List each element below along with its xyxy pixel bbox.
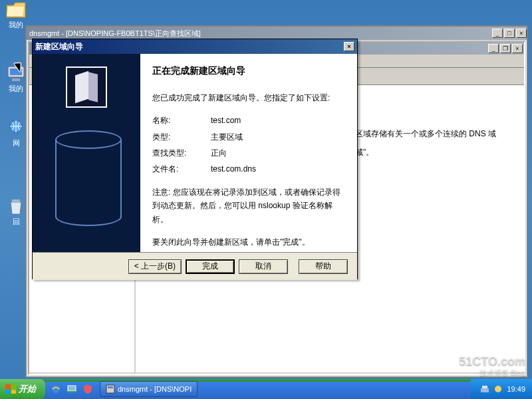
cancel-button[interactable]: 取消 <box>239 259 288 274</box>
taskbar: 开始 dnsmgmt - [DNS\NOPI 19:49 <box>0 379 532 399</box>
finish-button[interactable]: 完成 <box>186 259 235 274</box>
wizard-close-button[interactable]: × <box>344 42 354 51</box>
wizard-main: 正在完成新建区域向导 您已成功完成了新建区域向导。您指定了如下设置: 名称:te… <box>140 54 357 252</box>
svg-rect-8 <box>106 385 114 393</box>
ql-desktop-icon[interactable] <box>65 382 78 396</box>
wizard-close-hint: 要关闭此向导并创建新区域，请单击"完成"。 <box>152 235 345 249</box>
clock[interactable]: 19:49 <box>507 385 525 393</box>
tray-icon-2[interactable] <box>493 384 503 394</box>
close-button[interactable]: × <box>516 29 527 38</box>
desktop-icon-label: 我的 <box>9 21 23 29</box>
help-button[interactable]: 帮助 <box>299 259 348 274</box>
kv-name-value: test.com <box>211 114 241 127</box>
svg-point-12 <box>495 386 501 392</box>
ql-ie-icon[interactable] <box>49 382 63 396</box>
back-button[interactable]: < 上一步(B) <box>128 259 182 274</box>
taskbar-item-dnsmgmt[interactable]: dnsmgmt - [DNS\NOPI <box>100 381 198 397</box>
svg-rect-4 <box>12 200 20 202</box>
wizard-titlebar[interactable]: 新建区域向导 × <box>33 39 357 54</box>
mdi-restore-button[interactable]: ❐ <box>500 44 511 53</box>
mmc-icon <box>106 384 115 394</box>
watermark-main: 51CTO.com <box>459 355 525 368</box>
wizard-intro: 您已成功完成了新建区域向导。您指定了如下设置: <box>152 91 345 104</box>
wizard-footer: < 上一步(B) 完成 取消 帮助 <box>33 252 357 280</box>
svg-rect-7 <box>68 391 76 392</box>
mdi-close-button[interactable]: × <box>512 44 523 53</box>
quick-launch <box>49 382 94 396</box>
system-tray[interactable]: 19:49 <box>471 379 532 399</box>
kv-name-label: 名称: <box>152 114 211 127</box>
detail-text-2: 域"。 <box>355 146 517 159</box>
cylinder-icon <box>55 130 122 237</box>
svg-rect-9 <box>108 386 113 388</box>
desktop-icon-label: 我的 <box>9 84 23 92</box>
kv-filename-label: 文件名: <box>152 162 211 176</box>
new-zone-wizard-dialog: 新建区域向导 × 正在完成新建区域向导 您已成功完成了新建区域向导。您指定了如下… <box>32 39 358 279</box>
kv-filename-value: test.com.dns <box>211 162 256 176</box>
wizard-title-text: 新建区域向导 <box>35 41 83 53</box>
app-title-text: dnsmgmt - [DNS\NOPING-FB0BT1TS\正向查找区域] <box>29 29 201 39</box>
start-button[interactable]: 开始 <box>0 379 45 399</box>
svg-rect-11 <box>482 386 487 388</box>
watermark-sub: 技术博客 Blog <box>459 368 525 376</box>
windows-flag-icon <box>5 384 16 394</box>
maximize-button[interactable]: □ <box>504 29 515 38</box>
wizard-sidebar <box>33 54 140 252</box>
app-titlebar[interactable]: dnsmgmt - [DNS\NOPING-FB0BT1TS\正向查找区域] _… <box>27 27 527 40</box>
tray-icon-1[interactable] <box>480 384 489 394</box>
svg-rect-2 <box>12 78 20 81</box>
ql-security-icon[interactable] <box>81 382 94 396</box>
kv-lookup-value: 正向 <box>211 146 227 160</box>
server-icon <box>66 66 107 108</box>
svg-rect-6 <box>68 386 76 391</box>
minimize-button[interactable]: _ <box>492 29 503 38</box>
kv-lookup-label: 查找类型: <box>152 146 211 160</box>
wizard-heading: 正在完成新建区域向导 <box>152 63 345 79</box>
taskbar-item-label: dnsmgmt - [DNS\NOPI <box>118 385 192 393</box>
desktop-icon-label: 回 <box>13 217 20 225</box>
wizard-note: 注意: 您应该现在将记录添加到区域，或者确保记录得到动态更新。然后，您可以用 n… <box>152 186 345 226</box>
kv-type-label: 类型: <box>152 130 211 144</box>
detail-text-1: 区域存储有关一个或多个连续的 DNS 域 <box>355 128 517 140</box>
svg-rect-10 <box>481 388 489 392</box>
watermark: 51CTO.com 技术博客 Blog <box>459 355 525 376</box>
mdi-minimize-button[interactable]: _ <box>488 44 499 53</box>
desktop-icon-label: 网 <box>13 139 20 147</box>
kv-type-value: 主要区域 <box>211 130 243 144</box>
start-label: 开始 <box>19 383 36 395</box>
